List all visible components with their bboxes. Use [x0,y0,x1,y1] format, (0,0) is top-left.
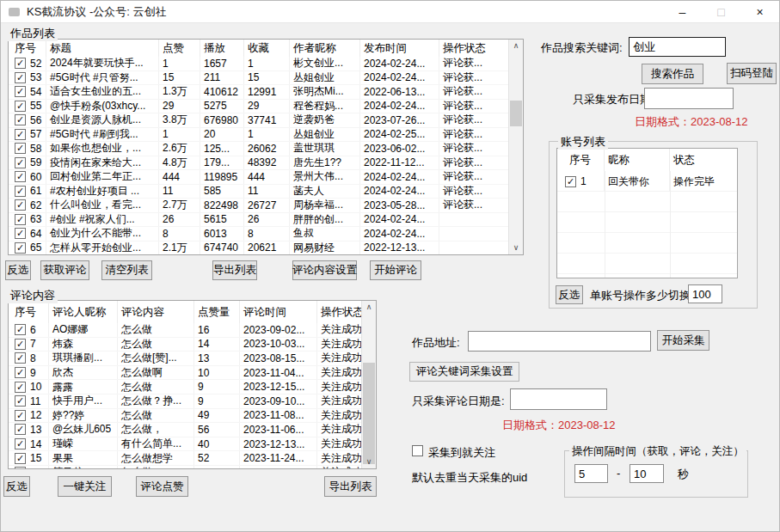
row-checkbox[interactable]: ✓ [15,171,26,182]
row-checkbox[interactable]: ✓ [15,101,26,112]
publish-date-input[interactable] [644,88,734,109]
start-collect-button[interactable]: 开始采集 [657,330,709,351]
table-row[interactable]: ✓61#农村创业好项目 ...1158511菡夫人2024-02-24...评论… [9,185,508,199]
table-row[interactable]: ✓10露露怎么做92023-12-15...关注成功 [9,380,361,394]
close-icon[interactable]: × [740,1,779,22]
column-header[interactable]: 播放 [200,40,244,57]
start-comment-button[interactable]: 开始评论 [370,260,421,280]
row-checkbox[interactable]: ✓ [15,453,26,464]
row-checkbox[interactable]: ✓ [15,214,26,225]
work-url-input[interactable] [468,331,651,352]
row-checkbox[interactable]: ✓ [15,199,26,211]
column-header[interactable]: 评论时间 [240,301,317,323]
interval-max-input[interactable] [630,464,664,483]
row-checkbox[interactable]: ✓ [15,438,26,449]
one-key-follow-button[interactable]: 一键关注 [58,476,112,497]
comment-keyword-settings-button[interactable]: 评论关键词采集设置 [409,362,519,382]
row-checkbox[interactable]: ✓ [15,324,26,335]
table-row[interactable]: ✓1回关带你操作完毕 [557,171,737,192]
get-comments-button[interactable]: 获取评论 [40,260,89,280]
table-row[interactable]: ✓13@幺妹儿605怎么做，562023-11-06...关注成功 [9,423,361,437]
table-row[interactable]: ✓64创业为什么不能带...860138鱼叔2024-02-24... [9,227,508,242]
column-header[interactable]: 昵称 [605,149,670,171]
account-switch-input[interactable] [688,284,722,303]
table-row[interactable]: ✓7炜森怎么做142023-10-03...关注成功 [9,338,361,352]
row-checkbox[interactable]: ✓ [15,367,26,378]
table-row[interactable]: ✓53#5G时代 #只管努...1521115丛姐创业2024-02-24...… [9,71,508,86]
scroll-down-icon[interactable]: ∨ [509,242,523,254]
row-checkbox[interactable]: ✓ [15,242,26,254]
row-checkbox[interactable]: ✓ [565,176,576,187]
row-checkbox[interactable]: ✓ [15,72,26,83]
scroll-up-icon[interactable]: ∧ [362,301,376,314]
column-header[interactable]: 序号 [9,40,46,57]
comments-scrollbar[interactable]: ∧ ∨ [361,301,376,468]
row-checkbox[interactable]: ✓ [15,395,26,407]
table-row[interactable]: ✓54适合女生创业的五...1.3万41061212991张明杰Mi...202… [9,85,508,100]
table-row[interactable]: ✓6AO娜娜怎么做162023-09-02...关注成功 [9,323,361,338]
search-works-button[interactable]: 搜索作品 [642,64,703,84]
table-row[interactable]: ✓15果果怎么做想学522023-11-24...关注成功 [9,451,361,466]
column-header[interactable]: 操作状态 [317,301,361,323]
table-row[interactable]: ✓9欣杰怎么做啊102023-11-04...关注成功 [9,366,361,381]
works-scroll-thumb[interactable] [510,101,522,126]
row-checkbox[interactable]: ✓ [15,382,26,393]
table-row[interactable]: ✓12婷??婷怎么做492023-11-08...关注成功 [9,409,361,424]
comment-date-input[interactable] [510,388,607,410]
scan-login-button[interactable]: 扫码登陆 [727,63,777,84]
row-checkbox[interactable]: ✓ [15,352,26,364]
follow-on-collect-checkbox[interactable] [412,445,423,456]
column-header[interactable]: 序号 [9,301,49,323]
column-header[interactable]: 发布时间 [360,40,439,57]
works-scrollbar[interactable]: ∧ ∨ [508,40,523,254]
row-checkbox[interactable]: ✓ [15,143,26,154]
scroll-up-icon[interactable]: ∧ [509,40,523,52]
row-checkbox[interactable]: ✓ [15,157,26,168]
table-row[interactable]: ✓62什么叫创业，看完...2.7万82249826727周杨幸福...2023… [9,199,508,213]
table-row[interactable]: ✓8琪琪播剧...怎么做[赞]...132023-08-15...关注成功 [9,352,361,366]
column-header[interactable]: 点赞 [159,40,200,57]
keyword-input[interactable] [629,37,726,57]
row-checkbox[interactable]: ✓ [15,58,26,69]
table-row[interactable]: ✓60回村创业第二年正...444119895444景州大伟...2024-02… [9,170,508,185]
interval-min-input[interactable] [574,464,608,483]
table-row[interactable]: ✓11快手用户...怎么做？挣...92023-09-10...关注成功 [9,394,361,409]
clear-list-button[interactable]: 清空列表 [101,260,152,280]
comment-like-button[interactable]: 评论点赞 [136,476,188,497]
table-row[interactable]: ✓16简风信怎么做842024-01-07...关注成功 [9,466,361,469]
scroll-down-icon[interactable]: ∨ [362,456,376,468]
row-checkbox[interactable]: ✓ [15,467,26,469]
table-row[interactable]: ✓63#创业 #祝家人们...26561526胖胖的创...2024-02-24… [9,213,508,228]
column-header[interactable]: 标题 [46,40,159,57]
column-header[interactable]: 序号 [557,149,605,171]
row-checkbox[interactable]: ✓ [15,424,26,435]
comments-scroll-thumb[interactable] [363,363,375,464]
row-checkbox[interactable]: ✓ [15,129,26,140]
column-header[interactable]: 评论人昵称 [49,301,118,323]
column-header[interactable]: 状态 [670,149,737,171]
row-checkbox[interactable]: ✓ [15,186,26,197]
table-row[interactable]: ✓65怎样从零开始创业...2.1万67474020621网易财经2022-12… [9,242,508,256]
column-header[interactable]: 点赞量 [194,301,240,323]
table-row[interactable]: ✓58如果你也想创业，...2.6万125...26062盖世琪琪2023-06… [9,142,508,156]
table-row[interactable]: ✓59疫情闲在家来给大...4.8万179...48392唐先生1??2022-… [9,156,508,171]
row-checkbox[interactable]: ✓ [15,86,26,97]
export-comments-button[interactable]: 导出列表 [324,476,377,497]
works-invert-button[interactable]: 反选 [5,260,31,280]
table-row[interactable]: ✓55@快手粉条(03xhcy...29527529程爸程妈...2024-02… [9,100,508,114]
row-checkbox[interactable]: ✓ [15,114,26,125]
accounts-invert-button[interactable]: 反选 [556,285,583,304]
export-works-button[interactable]: 导出列表 [212,260,257,280]
row-checkbox[interactable]: ✓ [15,410,26,421]
table-row[interactable]: ✓57#5G时代 #刷到我...1201丛姐创业2024-02-25...评论获… [9,128,508,143]
minimize-icon[interactable]: – [663,1,702,22]
maximize-icon[interactable]: □ [702,1,740,22]
row-checkbox[interactable]: ✓ [15,339,26,350]
comments-invert-button[interactable]: 反选 [3,476,30,497]
table-row[interactable]: ✓522024年就要玩快手...116571彬文创业...2024-02-24.… [9,57,508,71]
comment-settings-button[interactable]: 评论内容设置 [292,260,357,280]
column-header[interactable]: 收藏 [244,40,290,57]
column-header[interactable]: 评论内容 [118,301,194,323]
table-row[interactable]: ✓56创业是资源人脉机...3.8万67698037741逆袭奶爸2023-07… [9,113,508,128]
row-checkbox[interactable]: ✓ [15,228,26,239]
